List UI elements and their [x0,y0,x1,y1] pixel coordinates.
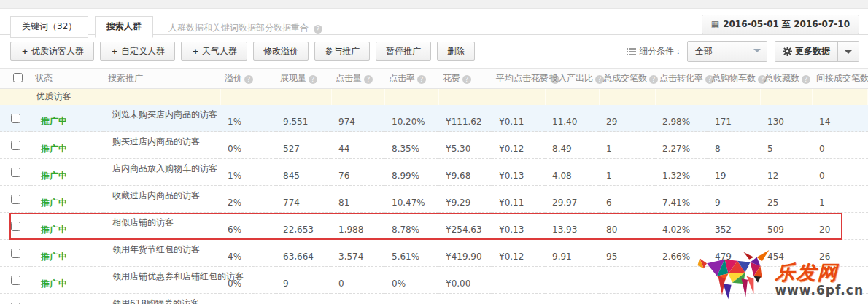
checkbox-cell [0,105,31,132]
metric-value: 9.91 [545,240,599,267]
campaign-name[interactable]: 领用店铺优惠券和店铺红包的访客 [104,267,220,294]
tab-search-audience[interactable]: 搜索人群 [95,16,153,38]
more-data-expand[interactable] [837,42,859,61]
campaign-name[interactable]: 相似店铺的访客 [104,213,220,240]
metric-value: 14 [812,105,868,132]
metric-value: 2.98% [655,105,708,132]
campaign-name[interactable]: 领用年货节红包的访客 [104,240,220,267]
tab-bar: 关键词（32） 搜索人群 人群数据和关键词数据部分数据重合 ? ▦2016-05… [0,9,868,35]
filter-selected-value: 全部 [695,46,713,56]
column-header: 总收藏数? [760,69,812,89]
metric-value: ¥9.68 [438,159,492,186]
metric-value: 22,653 [276,213,331,240]
metric-value: 63,664 [276,240,331,267]
metric-value: ¥419.90 [438,240,492,267]
checkbox-cell [0,267,31,294]
info-icon[interactable]: ? [244,75,253,84]
metric-value: 11.40 [545,105,599,132]
info-icon[interactable]: ? [802,75,810,84]
metric-value: 774 [276,186,331,213]
chevron-down-icon [753,49,761,52]
metric-value: 4.02% [655,213,708,240]
status-label: 推广中 [31,132,104,159]
metric-value: ¥0.11 [492,105,545,132]
info-icon[interactable]: ? [417,75,426,84]
select-all-checkbox[interactable] [13,73,23,82]
metric-value: 4.08 [545,159,599,186]
date-range-button[interactable]: ▦2016-05-01 至 2016-07-10 [702,15,859,34]
column-header: 点击转化率? [655,69,708,89]
add-audience-button[interactable]: ＋天气人群 [181,42,247,61]
info-icon[interactable]: ? [309,75,317,84]
row-checkbox[interactable] [11,249,20,258]
info-icon[interactable]: ? [649,75,658,84]
metric-value: ¥0.13 [492,213,545,240]
metric-value: - [492,267,545,294]
row-checkbox[interactable] [11,141,20,150]
metric-value: ¥43.15 [438,294,492,304]
status-label: 推广中 [31,240,104,267]
metric-value: ¥9.29 [438,186,492,213]
row-checkbox[interactable] [11,114,20,123]
group-header-row: 优质访客 [0,89,868,105]
metric-value: 5.60% [384,294,438,304]
campaign-name[interactable]: 领用618购物券的访客 [104,294,220,304]
metric-value: 352 [708,213,760,240]
row-checkbox[interactable] [11,168,20,177]
calendar-icon: ▦ [711,19,719,29]
gear-icon [783,47,792,56]
more-data-button[interactable]: 更多数据 [775,41,859,62]
select-all-cell [0,69,31,89]
action-button[interactable]: 修改溢价 [253,42,309,61]
metric-value: 44 [331,132,384,159]
campaign-name[interactable]: 浏览未购买店内商品的访客 [104,105,220,132]
column-header: 溢价? [220,69,276,89]
add-audience-button[interactable]: ＋自定义人群 [100,42,175,61]
info-icon[interactable]: ? [314,25,322,34]
metric-value: 0 [331,267,384,294]
top-strip [0,0,868,9]
metric-value: 25 [760,186,812,213]
group-label: 优质访客 [31,89,104,105]
plus-icon: ＋ [20,46,29,56]
action-button[interactable]: 删除 [437,42,475,61]
info-icon[interactable]: ? [462,75,471,84]
metric-value: 9,551 [276,105,331,132]
tab-keywords[interactable]: 关键词（32） [10,16,88,38]
watermark: 乐发网 www.6pf.cn [697,247,864,303]
campaign-name[interactable]: 收藏过店内商品的访客 [104,186,220,213]
column-header: 花费? [438,69,492,89]
metric-value: ¥0.12 [492,240,545,267]
action-button[interactable]: 暂停推广 [376,42,431,61]
column-header: 投入产出比? [545,69,599,89]
metric-value: - [599,267,655,294]
metric-value: 378 [331,294,384,304]
column-header: 平均点击花费? [492,69,545,89]
metric-value: 130 [760,105,812,132]
info-icon[interactable]: ? [364,75,373,84]
metric-value: ¥0.12 [492,132,545,159]
page: 关键词（32） 搜索人群 人群数据和关键词数据部分数据重合 ? ▦2016-05… [0,0,868,304]
metric-value: 0 [812,159,868,186]
add-audience-button[interactable]: ＋优质访客人群 [10,42,94,61]
metric-value: 20 [812,213,868,240]
list-icon [627,47,636,56]
column-header: 总成交笔数? [599,69,655,89]
row-checkbox[interactable] [11,276,20,285]
campaign-name[interactable]: 购买过店内商品的访客 [104,132,220,159]
metric-value: 0% [220,132,276,159]
action-button[interactable]: 参与推广 [314,42,370,61]
metric-value: ¥0.13 [492,159,545,186]
row-checkbox[interactable] [11,195,20,204]
row-checkbox[interactable] [11,222,20,231]
column-header: 搜索推广 [104,69,220,89]
campaign-name[interactable]: 店内商品放入购物车的访客 [104,159,220,186]
metric-value: 1.32% [655,159,708,186]
metric-value: 171 [708,105,760,132]
metric-value: 13.93 [545,213,599,240]
filter-select[interactable]: 全部 [687,41,767,62]
metric-value: 3,574 [331,240,384,267]
metric-value: 1,988 [331,213,384,240]
metric-value: 527 [276,132,331,159]
status-label: 推广中 [31,294,104,304]
